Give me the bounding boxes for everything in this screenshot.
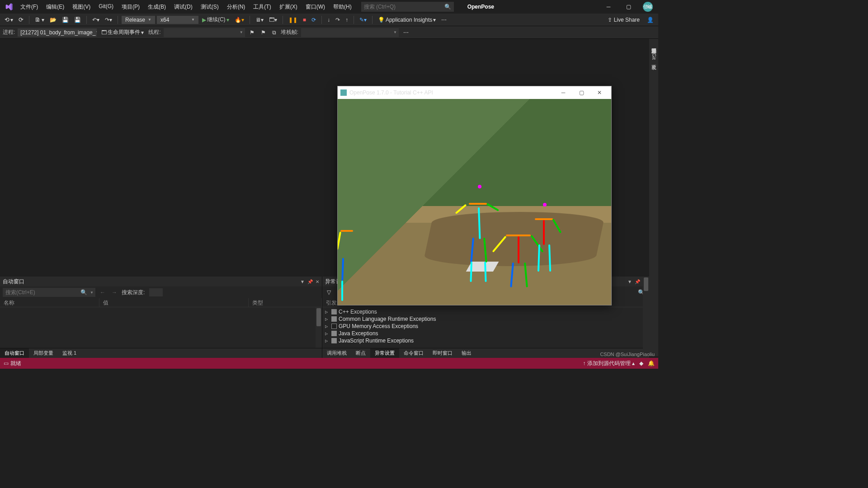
stop-button[interactable]: ■ <box>301 16 308 24</box>
pin-icon[interactable]: 📌 <box>307 279 313 284</box>
search-prev-icon[interactable]: ← <box>98 289 107 296</box>
continue-button[interactable]: ▶ 继续(C) ▾ <box>200 15 231 24</box>
tab-command[interactable]: 命令窗口 <box>399 348 428 358</box>
notifications-icon[interactable]: ▭ <box>4 360 9 366</box>
nav-fwd-button[interactable]: ⟳ <box>17 15 25 24</box>
autos-scrollbar[interactable] <box>316 307 322 348</box>
menu-help[interactable]: 帮助(H) <box>329 1 356 13</box>
close-button[interactable]: ✕ <box>638 0 658 14</box>
panel-dropdown-icon[interactable]: ▼ <box>627 279 632 284</box>
tab-immediate[interactable]: 即时窗口 <box>428 348 457 358</box>
menu-edit[interactable]: 编辑(E) <box>42 1 68 13</box>
menu-git[interactable]: Git(G) <box>94 1 118 13</box>
step-into-button[interactable]: ↓ <box>326 16 332 24</box>
platform-dropdown[interactable]: x64▼ <box>157 16 198 24</box>
panel-close-icon[interactable]: ✕ <box>316 279 319 284</box>
maximize-button[interactable]: ▢ <box>618 0 638 14</box>
lifecycle-button[interactable]: 🗔 生命周期事件 ▾ <box>99 28 146 37</box>
col-value[interactable]: 值 <box>99 298 249 307</box>
minimize-button[interactable]: ─ <box>599 0 618 14</box>
ex-row-js[interactable]: ▷JavaScript Runtime Exceptions <box>322 337 649 344</box>
solution-name: OpenPose <box>467 4 494 10</box>
stackframe-dropdown[interactable]: ▼ <box>301 28 399 37</box>
menu-tools[interactable]: 工具(T) <box>249 1 275 13</box>
col-name[interactable]: 名称 <box>0 298 99 307</box>
insights-button[interactable]: 💡 Application Insights ▾ <box>376 16 438 24</box>
openpose-output-window[interactable]: OpenPose 1.7.0 - Tutorial C++ API ─ ▢ ✕ <box>337 86 612 305</box>
flag2-button[interactable]: ⚑ <box>259 28 268 37</box>
depth-label: 搜索深度: <box>122 289 145 296</box>
win-minimize[interactable]: ─ <box>554 86 572 99</box>
checkbox-icon[interactable] <box>331 316 337 322</box>
browser-button[interactable]: 🖥▾ <box>254 16 265 24</box>
menu-test[interactable]: 测试(S) <box>197 1 223 13</box>
tab-breakpoints[interactable]: 断点 <box>351 348 370 358</box>
solution-explorer-tab[interactable]: 解决方案资源管理器 <box>650 42 658 46</box>
overflow-button[interactable]: ⋯ <box>439 16 448 24</box>
step-out-button[interactable]: ↑ <box>344 16 350 24</box>
ex-row-cpp[interactable]: ▷C++ Exceptions <box>322 308 649 315</box>
checkbox-icon[interactable] <box>331 331 337 336</box>
step-over-button[interactable]: ↷ <box>334 16 342 24</box>
checkbox-icon[interactable] <box>331 309 337 314</box>
menu-build[interactable]: 生成(B) <box>144 1 170 13</box>
filter-icon[interactable]: ▽ <box>325 288 333 296</box>
autos-search[interactable]: 🔍▼ <box>3 288 95 297</box>
search-next-icon[interactable]: → <box>110 289 119 296</box>
openpose-titlebar[interactable]: OpenPose 1.7.0 - Tutorial C++ API ─ ▢ ✕ <box>338 86 611 99</box>
flag-button[interactable]: ⚑ <box>248 28 256 37</box>
tools-button[interactable]: ✎▾ <box>358 16 368 24</box>
pin-icon[interactable]: 📌 <box>635 279 640 284</box>
feedback-button[interactable]: 👤 <box>645 16 656 24</box>
menu-view[interactable]: 视图(V) <box>68 1 94 13</box>
menu-project[interactable]: 项目(P) <box>118 1 144 13</box>
menu-window[interactable]: 窗口(W) <box>302 1 329 13</box>
status-bell-icon[interactable]: 🔔 <box>648 360 655 366</box>
live-share-button[interactable]: ⇪Live Share <box>608 17 640 23</box>
ex-row-clr[interactable]: ▷Common Language Runtime Exceptions <box>322 315 649 323</box>
depth-dropdown[interactable] <box>149 288 163 296</box>
hot-reload-button[interactable]: 🔥▾ <box>233 16 246 24</box>
tab-exception-settings[interactable]: 异常设置 <box>370 348 399 358</box>
toolbar-overflow[interactable]: ⋯ <box>401 28 410 37</box>
source-control-button[interactable]: ↑ 添加到源代码管理 ▴ <box>583 360 635 367</box>
global-search[interactable]: 🔍 <box>361 2 454 12</box>
redo-button[interactable]: ↷▾ <box>103 16 114 24</box>
col-type[interactable]: 类型 <box>249 298 322 307</box>
ex-row-java[interactable]: ▷Java Exceptions <box>322 330 649 337</box>
menu-analyze[interactable]: 分析(N) <box>223 1 250 13</box>
script-debug-button[interactable]: 🗔▾ <box>267 16 279 24</box>
tab-output[interactable]: 输出 <box>457 348 476 358</box>
tab-autos[interactable]: 自动窗口 <box>0 348 29 358</box>
pause-button[interactable]: ❚❚ <box>287 16 299 24</box>
autos-body <box>0 307 322 348</box>
menu-extensions[interactable]: 扩展(X) <box>275 1 302 13</box>
tab-callstack[interactable]: 调用堆栈 <box>322 348 351 358</box>
threads-button[interactable]: ⧉ <box>270 28 278 37</box>
win-close[interactable]: ✕ <box>590 86 609 99</box>
autos-search-input[interactable] <box>5 289 93 296</box>
status-ready: 就绪 <box>10 360 21 367</box>
checkbox-icon[interactable] <box>331 324 337 329</box>
panel-dropdown-icon[interactable]: ▼ <box>300 279 305 284</box>
tab-watch1[interactable]: 监视 1 <box>58 348 81 358</box>
restart-button[interactable]: ⟳ <box>310 16 318 24</box>
win-maximize[interactable]: ▢ <box>572 86 590 99</box>
new-item-button[interactable]: 🗎▾ <box>33 15 46 24</box>
ex-scrollbar[interactable] <box>643 307 649 348</box>
global-search-input[interactable] <box>364 4 451 10</box>
menu-debug[interactable]: 调试(D) <box>170 1 197 13</box>
undo-button[interactable]: ↶▾ <box>90 16 101 24</box>
git-changes-tab[interactable]: Git 更改 <box>650 52 658 63</box>
open-button[interactable]: 📂 <box>48 16 58 24</box>
config-dropdown[interactable]: Release▼ <box>122 16 155 24</box>
save-all-button[interactable]: 💾 <box>72 16 83 24</box>
save-button[interactable]: 💾 <box>60 16 71 24</box>
menu-file[interactable]: 文件(F) <box>16 1 42 13</box>
nav-back-button[interactable]: ⟲▾ <box>3 15 15 24</box>
process-dropdown[interactable]: [21272] 01_body_from_image_▼ <box>18 28 97 37</box>
checkbox-icon[interactable] <box>331 338 337 343</box>
thread-dropdown[interactable]: ▼ <box>164 28 245 37</box>
ex-row-gpu[interactable]: ▷GPU Memory Access Exceptions <box>322 323 649 330</box>
tab-locals[interactable]: 局部变量 <box>29 348 58 358</box>
